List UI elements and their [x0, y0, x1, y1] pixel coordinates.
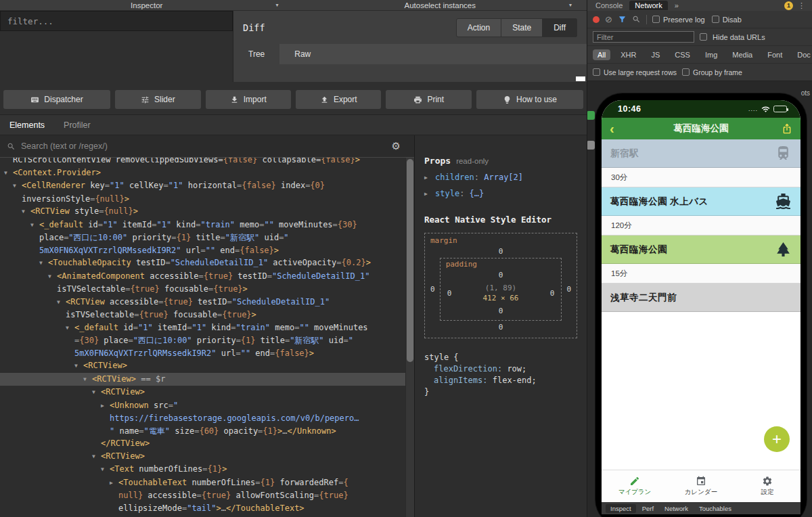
tree-line[interactable]: ▼<AnimatedComponent accessible={true} te…: [0, 270, 405, 284]
tree-scrollbar-thumb[interactable]: [407, 159, 413, 362]
app-tab[interactable]: 設定: [734, 470, 800, 502]
debug-tab-perf[interactable]: Perf: [637, 504, 658, 513]
expanded-arrow-icon[interactable]: ▼: [48, 271, 57, 284]
search-icon[interactable]: [632, 15, 641, 24]
action-filter-input[interactable]: filter...: [0, 11, 233, 31]
debug-tab-touchables[interactable]: Touchables: [694, 504, 736, 513]
tree-line[interactable]: ▼<Text numberOfLines={1}>: [0, 463, 405, 476]
schedule-item[interactable]: 浅草寺二天門前: [602, 284, 800, 312]
tree-line[interactable]: place="西口に10:00" priority={1} title="新宿駅…: [0, 231, 405, 244]
schedule-item[interactable]: 葛西臨海公園: [602, 235, 800, 264]
schedule-item[interactable]: 新宿駅: [602, 139, 800, 168]
tab-elements[interactable]: Elements: [9, 120, 45, 130]
expanded-arrow-icon[interactable]: ▼: [66, 322, 74, 335]
tree-line[interactable]: ▼<Context.Provider>: [0, 166, 405, 180]
tree-line[interactable]: null} accessible={true} allowFontScaling…: [0, 489, 405, 502]
padding-top-value[interactable]: 0: [446, 269, 556, 282]
margin-left-value[interactable]: 0: [430, 285, 435, 294]
expanded-arrow-icon[interactable]: ▼: [101, 464, 110, 476]
hide-data-urls-checkbox[interactable]: [700, 33, 707, 41]
diff-mode-state-button[interactable]: State: [501, 18, 543, 37]
autoselect-dropdown[interactable]: Autoselect instances ▾: [294, 0, 587, 10]
diff-mode-action-button[interactable]: Action: [456, 18, 501, 37]
share-button[interactable]: [779, 123, 792, 134]
filter-pill-css[interactable]: CSS: [670, 49, 695, 60]
filter-pill-media[interactable]: Media: [727, 49, 757, 60]
expanded-arrow-icon[interactable]: ▼: [30, 219, 39, 232]
tree-line[interactable]: ▼<TouchableOpacity testID="ScheduleDetai…: [0, 256, 405, 270]
expanded-arrow-icon[interactable]: ▼: [57, 296, 66, 309]
use-large-request-rows-checkbox[interactable]: [593, 68, 600, 76]
menu-dots-icon[interactable]: ⋮: [798, 1, 805, 10]
inspector-dropdown[interactable]: Inspector ▾: [0, 0, 294, 10]
debug-tab-inspect[interactable]: Inspect: [606, 504, 636, 513]
export-button[interactable]: Export: [296, 90, 381, 109]
tree-line[interactable]: ▼<RCTView accessible={true} testID="Sche…: [0, 296, 405, 309]
diff-tab-raw[interactable]: Raw: [279, 44, 325, 64]
expanded-arrow-icon[interactable]: ▼: [39, 257, 48, 270]
tree-line[interactable]: </RCTView>: [0, 437, 405, 450]
tree-line[interactable]: ▼<_default id="1" itemId="1" kind="train…: [0, 321, 405, 335]
warning-badge[interactable]: 1: [784, 1, 793, 10]
tree-line[interactable]: ▶<Unknown src=": [0, 399, 405, 413]
tree-line[interactable]: ellipsizeMode="tail">…</TouchableText>: [0, 502, 405, 515]
tree-line[interactable]: 5mX0FN6XqVXTrzrlQRMssedkI9R2" url="" end…: [0, 244, 405, 257]
filter-pill-xhr[interactable]: XHR: [616, 49, 641, 60]
collapsed-arrow-icon[interactable]: ▶: [424, 175, 435, 181]
expanded-arrow-icon[interactable]: ▼: [13, 180, 22, 193]
filter-pill-js[interactable]: JS: [646, 49, 664, 60]
search-input[interactable]: [21, 141, 386, 151]
print-button[interactable]: Print: [386, 90, 471, 109]
prop-row-style[interactable]: ▶style: {…}: [424, 189, 577, 198]
margin-bottom-value[interactable]: 0: [430, 321, 571, 334]
tree-line[interactable]: RCTScrollContentView removeClippedSubVie…: [0, 158, 405, 166]
filter-funnel-icon[interactable]: [618, 15, 627, 24]
diff-mode-diff-button[interactable]: Diff: [543, 18, 577, 37]
expanded-arrow-icon[interactable]: ▼: [4, 167, 13, 180]
gear-icon[interactable]: ⚙: [392, 140, 401, 152]
dispatcher-button[interactable]: Dispatcher: [3, 90, 110, 109]
record-icon[interactable]: [593, 16, 600, 23]
collapsed-arrow-icon[interactable]: ▶: [424, 191, 435, 197]
tree-line[interactable]: https://firebasestorage.googleapis.com/v…: [0, 412, 405, 425]
tree-line[interactable]: ▶<TouchableText numberOfLines={1} forwar…: [0, 476, 405, 490]
tree-line[interactable]: ▼<RCTView> == $r: [0, 373, 405, 386]
filter-pill-doc[interactable]: Doc: [792, 49, 812, 60]
tree-line[interactable]: " name="電車" size={60} opacity={1}>…</Unk…: [0, 425, 405, 438]
expanded-arrow-icon[interactable]: ▼: [22, 206, 30, 219]
tree-line[interactable]: isTVSelectable={true} focusable={true}>: [0, 283, 405, 296]
tab-profiler[interactable]: Profiler: [64, 120, 91, 130]
tree-scrollbar[interactable]: [405, 158, 414, 517]
tree-line[interactable]: ▼<RCTView style={null}>: [0, 205, 405, 219]
collapsed-arrow-icon[interactable]: ▶: [101, 400, 110, 413]
tree-line[interactable]: ▼<RCTView>: [0, 386, 405, 399]
style-rule-line[interactable]: flexDirection: row;: [424, 363, 577, 375]
diff-scrollbar-thumb[interactable]: [576, 76, 585, 81]
debug-tab-network[interactable]: Network: [660, 504, 693, 513]
app-tab[interactable]: カレンダー: [668, 470, 734, 502]
tree-line[interactable]: inversionStyle={null}>: [0, 193, 405, 206]
tree-line[interactable]: isTVSelectable={true} focusable={true}>: [0, 309, 405, 321]
expanded-arrow-icon[interactable]: ▼: [92, 451, 101, 464]
padding-right-value[interactable]: 0: [550, 289, 555, 298]
tree-line[interactable]: 5mX0FN6XqVXTrzrlQRMssedkI9R2" url="" end…: [0, 347, 405, 360]
app-tab[interactable]: マイプラン: [602, 470, 668, 502]
margin-top-value[interactable]: 0: [430, 245, 571, 258]
prop-row-children[interactable]: ▶children: Array[2]: [424, 173, 577, 182]
style-rule-line[interactable]: alignItems: flex-end;: [424, 375, 577, 386]
tree-line[interactable]: </Text>: [0, 514, 405, 517]
padding-bottom-value[interactable]: 0: [446, 305, 556, 317]
tree-line[interactable]: ▼<RCTView>: [0, 359, 405, 373]
preserve-log-checkbox[interactable]: [652, 16, 660, 23]
expanded-arrow-icon[interactable]: ▼: [74, 360, 83, 373]
schedule-item[interactable]: 葛西臨海公園 水上バス: [602, 187, 800, 216]
network-filter-input[interactable]: [593, 33, 694, 41]
expanded-arrow-icon[interactable]: ▼: [92, 386, 101, 399]
how-to-use-button[interactable]: How to use: [476, 90, 583, 109]
tree-line[interactable]: ▼<CellRenderer key="1" cellKey="1" horiz…: [0, 179, 405, 193]
margin-right-value[interactable]: 0: [566, 285, 571, 294]
tree-line[interactable]: ={30} place="西口に10:00" priority={1} titl…: [0, 334, 405, 347]
filter-pill-font[interactable]: Font: [763, 49, 787, 60]
expanded-arrow-icon[interactable]: ▼: [83, 374, 92, 386]
slider-button[interactable]: Slider: [115, 90, 200, 109]
